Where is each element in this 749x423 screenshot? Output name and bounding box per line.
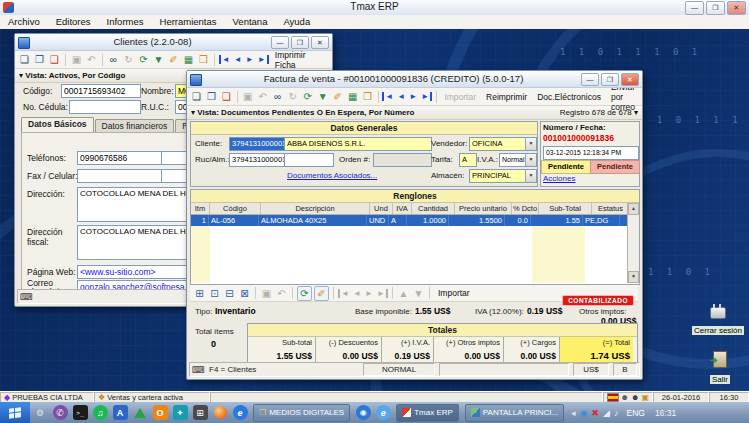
edit-wand-icon[interactable]: ✐ xyxy=(314,286,329,301)
factura-titlebar[interactable]: Factura de venta - #001001000091836 (CRE… xyxy=(187,71,642,88)
clientes-close-button[interactable]: ✕ xyxy=(311,36,329,49)
telefonos-field[interactable]: 0990676586 xyxy=(77,151,163,165)
nav-last-icon[interactable]: ► xyxy=(420,92,432,101)
search-again-icon[interactable]: ↻ xyxy=(286,90,299,103)
main-minimize-button[interactable]: — xyxy=(685,1,704,15)
tab-datos-basicos[interactable]: Datos Básicos xyxy=(21,117,94,132)
refresh-icon[interactable]: ⟳ xyxy=(297,286,312,301)
col-estatus[interactable]: Estatus xyxy=(592,203,629,214)
importar-button[interactable]: Importar xyxy=(440,92,480,102)
imprimir-ficha-button[interactable]: Imprimir Ficha xyxy=(271,50,329,70)
contabilizado-badge[interactable]: CONTABILIZADO xyxy=(562,295,634,306)
grid-view-icon[interactable]: ▦ xyxy=(346,90,359,103)
iva-select[interactable]: Normal ▼ xyxy=(499,153,537,167)
col-cantidad[interactable]: Cantidad xyxy=(412,203,455,214)
row-delete-icon[interactable]: ⊠ xyxy=(238,287,251,300)
tarifa-field[interactable]: A xyxy=(459,153,477,167)
factura-vista-label[interactable]: Vista: Documentos Pendientes O En Espera… xyxy=(197,108,414,117)
clientes-titlebar[interactable]: Clientes (2.2.0-08) — ❐ ✕ xyxy=(15,34,332,51)
letter-a-app-icon[interactable]: A xyxy=(113,405,128,420)
ruc-alm-field[interactable]: 3794131000001 xyxy=(229,153,287,167)
firefox-icon[interactable] xyxy=(213,405,228,420)
ie-icon[interactable]: e xyxy=(233,405,248,420)
main-restore-button[interactable]: ❐ xyxy=(706,1,725,15)
grid-scrollbar[interactable]: ▲ ▼ xyxy=(627,203,639,283)
documentos-asociados-link[interactable]: Documentos Asociados... xyxy=(287,171,377,180)
no-cedula-field[interactable] xyxy=(69,100,141,114)
factura-restore-button[interactable]: ❐ xyxy=(601,73,619,86)
acciones-link[interactable]: Acciones xyxy=(543,174,575,183)
reimprimir-button[interactable]: Reimprimir xyxy=(482,92,531,102)
delete-record-icon[interactable]: ❑ xyxy=(220,90,233,103)
col-itm[interactable]: Itm xyxy=(191,203,210,214)
scroll-up-icon[interactable]: ▲ xyxy=(628,203,639,215)
taskbar-clock[interactable]: 16:31 xyxy=(655,408,676,418)
registro-dropdown-icon[interactable]: ▾ xyxy=(634,108,638,117)
terminal-icon[interactable]: >_ xyxy=(73,405,88,420)
orden-field[interactable] xyxy=(373,153,432,167)
fecha-field[interactable]: 03-12-2015 12:18:34 PM xyxy=(543,146,639,160)
menu-ventana[interactable]: Ventana xyxy=(225,15,276,29)
move-up-icon[interactable]: ▲ xyxy=(397,287,410,300)
doc-electronicos-button[interactable]: Doc.Eléctronicos xyxy=(533,92,605,102)
globe-icon[interactable]: ◉ xyxy=(356,405,371,420)
nav-last-icon[interactable]: ► xyxy=(376,289,388,298)
filter-icon[interactable]: ▼ xyxy=(152,53,165,66)
print-icon[interactable]: ❐ xyxy=(33,53,46,66)
renglones-grid[interactable]: Itm Código Descripción Und IVA Cantidad … xyxy=(191,203,639,283)
vista-dropdown-icon[interactable]: ▾ xyxy=(19,71,23,80)
edit-wand-icon[interactable]: ✐ xyxy=(167,53,180,66)
folder-icon[interactable]: ❒ xyxy=(197,53,210,66)
col-subtotal[interactable]: Sub-Total xyxy=(539,203,592,214)
nav-next-icon[interactable]: ► xyxy=(364,289,374,298)
tray-expand-icon[interactable]: ◂ xyxy=(571,408,576,418)
row-insert-icon[interactable]: ⊞ xyxy=(193,287,206,300)
search-icon[interactable]: ∞ xyxy=(107,53,120,66)
taskbar-button-tmax-erp[interactable]: Tmax ERP xyxy=(396,404,459,422)
main-close-button[interactable]: ✕ xyxy=(727,1,746,15)
menu-herramientas[interactable]: Herramientas xyxy=(152,15,225,29)
menu-archivo[interactable]: Archivo xyxy=(0,15,48,29)
dropdown-icon[interactable]: ▼ xyxy=(525,170,536,182)
menu-ayuda[interactable]: Ayuda xyxy=(275,15,318,29)
viber-icon[interactable]: ✆ xyxy=(53,405,68,420)
clientes-restore-button[interactable]: ❐ xyxy=(291,36,309,49)
save-icon[interactable]: ▣ xyxy=(241,90,254,103)
nav-prev-icon[interactable]: ◄ xyxy=(352,289,362,298)
menu-editores[interactable]: Editores xyxy=(48,15,99,29)
nav-next-icon[interactable]: ► xyxy=(408,92,418,101)
search-again-icon[interactable]: ↻ xyxy=(122,53,135,66)
dropdown-icon[interactable]: ▼ xyxy=(525,138,536,150)
drive-icon[interactable] xyxy=(133,405,148,420)
desktop-icon-cerrar-sesion[interactable]: Cerrar sesión xyxy=(690,307,746,337)
vista-dropdown-icon[interactable]: ▾ xyxy=(191,108,195,117)
dropdown-icon[interactable]: ▼ xyxy=(525,154,536,166)
row-edit-icon[interactable]: ⊟ xyxy=(223,287,236,300)
col-codigo[interactable]: Código xyxy=(210,203,261,214)
delete-record-icon[interactable]: ❑ xyxy=(48,53,61,66)
row-copy-icon[interactable]: ⊡ xyxy=(208,287,221,300)
undo-icon[interactable]: ↶ xyxy=(256,90,269,103)
col-dcto[interactable]: % Dcto xyxy=(512,203,539,214)
tray-sound-icon[interactable]: ♪ xyxy=(614,408,619,418)
undo-icon[interactable]: ↶ xyxy=(275,287,288,300)
col-und[interactable]: Und xyxy=(370,203,393,214)
clientes-vista-label[interactable]: Vista: Activos, Por Código xyxy=(25,71,125,80)
start-button[interactable] xyxy=(0,402,30,423)
taskbar-button-pantalla-principal[interactable]: PANTALLA PRINCI... xyxy=(465,404,564,422)
new-record-icon[interactable]: ❏ xyxy=(190,90,203,103)
refresh-icon[interactable]: ⟳ xyxy=(137,53,150,66)
col-precio[interactable]: Precio unitario xyxy=(455,203,512,214)
outlook-icon[interactable]: O xyxy=(153,405,168,420)
grid-view-icon[interactable]: ▦ xyxy=(182,53,195,66)
folder-icon[interactable]: ❒ xyxy=(361,90,374,103)
tab-datos-financieros[interactable]: Datos financieros xyxy=(95,119,175,132)
factura-minimize-button[interactable]: — xyxy=(581,73,599,86)
new-record-icon[interactable]: ❏ xyxy=(18,53,31,66)
nav-next-icon[interactable]: ► xyxy=(245,55,255,64)
language-indicator[interactable]: ENG xyxy=(626,408,644,418)
undo-icon[interactable]: ↶ xyxy=(85,53,98,66)
cliente-code-field[interactable]: 3794131000001 xyxy=(229,137,287,151)
factura-vista-bar[interactable]: ▾ Vista: Documentos Pendientes O En Espe… xyxy=(187,106,642,120)
factura-close-button[interactable]: ✕ xyxy=(621,73,639,86)
